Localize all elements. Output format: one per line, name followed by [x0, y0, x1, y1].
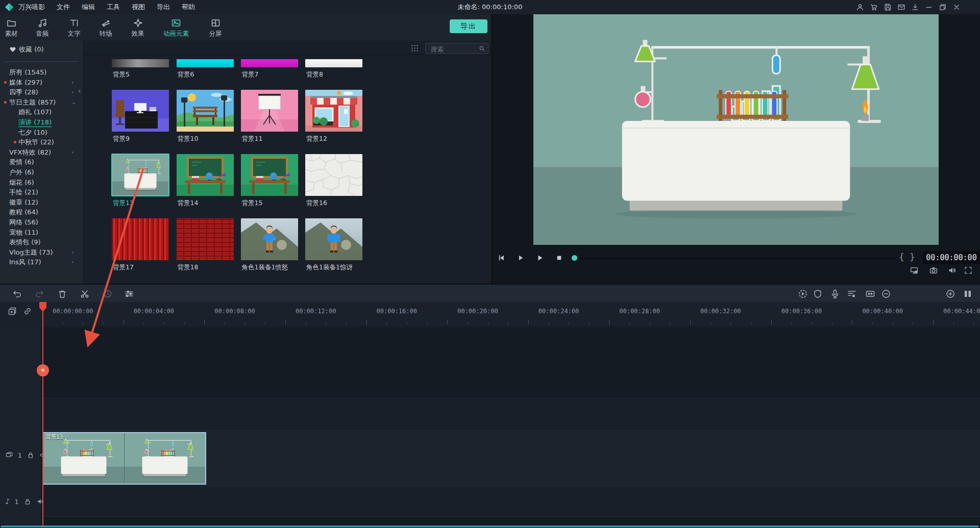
sidebar-item[interactable]: 节日主题 (857)⌄ [0, 97, 83, 108]
monitor-settings-icon[interactable] [910, 266, 919, 275]
snapshot-icon[interactable] [929, 266, 938, 275]
close-icon[interactable] [952, 3, 961, 11]
search-icon[interactable] [478, 45, 485, 52]
mail-icon[interactable] [897, 3, 905, 11]
audio-track-lane[interactable] [0, 486, 980, 516]
sidebar-item[interactable]: 中秋节 (22) [0, 137, 83, 147]
asset-thumbnail-背景7[interactable] [241, 59, 298, 67]
search-input[interactable] [430, 44, 478, 54]
undo-icon[interactable] [12, 289, 22, 299]
marker-icon[interactable] [813, 289, 823, 299]
seek-bar[interactable] [580, 258, 895, 259]
sidebar-item[interactable]: 徽章 (12) [0, 197, 83, 208]
chevron-right-icon[interactable]: › [71, 147, 74, 158]
speaker-icon[interactable] [947, 266, 957, 275]
asset-thumbnail-背景5[interactable] [112, 59, 169, 67]
tab-动画元素[interactable]: 动画元素 [163, 18, 189, 38]
sidebar-item[interactable]: 手绘 (21) [0, 187, 83, 197]
sidebar-item[interactable]: 所有 (1545) [0, 67, 83, 78]
asset-thumbnail-背景17[interactable] [112, 218, 169, 260]
sidebar-item[interactable]: 媒体 (297)› [0, 78, 83, 88]
preview-video[interactable] [533, 14, 939, 245]
asset-thumbnail-角色1装备1惊讶[interactable] [305, 218, 362, 260]
stop-icon[interactable] [555, 254, 564, 262]
asset-thumbnail-背景12[interactable] [305, 90, 362, 132]
mark-out-brace[interactable]: } [910, 252, 915, 262]
sidebar-item[interactable]: 爱情 (6) [0, 157, 83, 167]
restore-icon[interactable] [939, 3, 947, 11]
split-view-icon[interactable] [963, 289, 973, 299]
fit-timeline-icon[interactable] [865, 289, 875, 299]
asset-thumbnail-背景9[interactable] [112, 90, 169, 132]
save-icon[interactable] [884, 3, 892, 11]
view-grid-icon[interactable] [410, 44, 419, 53]
asset-thumbnail-背景13[interactable] [112, 154, 169, 196]
download-icon[interactable] [911, 3, 919, 11]
lock-icon[interactable] [23, 497, 32, 506]
sidebar-item[interactable]: Vlog主题 (73)› [0, 247, 83, 258]
sidebar-item[interactable]: 七夕 (10) [0, 128, 83, 138]
sidebar-item[interactable]: 表情包 (9) [0, 237, 83, 247]
tab-分屏[interactable]: 分屏 [209, 18, 222, 38]
asset-thumbnail-背景14[interactable] [177, 154, 234, 196]
seek-playhead-dot[interactable] [572, 255, 577, 261]
asset-thumbnail-背景16[interactable] [305, 154, 362, 196]
redo-icon[interactable] [34, 289, 44, 299]
scissors-icon[interactable] [80, 289, 90, 299]
timeline-empty-area[interactable] [0, 326, 980, 398]
tab-转场[interactable]: 转场 [100, 18, 112, 38]
play-icon[interactable] [535, 254, 544, 262]
sidebar-item[interactable]: 教程 (64) [0, 207, 83, 217]
sidebar-item[interactable]: Ins风 (17)› [0, 257, 83, 267]
asset-thumbnail-背景11[interactable] [241, 90, 298, 132]
link-clips-icon[interactable] [22, 306, 33, 316]
fullscreen-icon[interactable] [964, 266, 973, 275]
sidebar-item[interactable]: 网络 (56) [0, 217, 83, 228]
zoom-in-icon[interactable] [945, 289, 955, 299]
cart-icon[interactable] [870, 3, 878, 11]
empty-track-lane[interactable] [0, 398, 980, 430]
asset-thumbnail-背景18[interactable] [177, 218, 234, 260]
add-track-icon[interactable] [7, 306, 17, 316]
voiceover-icon[interactable] [830, 289, 840, 299]
asset-thumbnail-背景6[interactable] [177, 59, 234, 67]
chevron-down-icon[interactable]: ⌄ [71, 97, 76, 108]
trash-icon[interactable] [57, 289, 67, 299]
tab-素材[interactable]: 素材 [5, 18, 18, 38]
sidebar-item[interactable]: 演讲 (718) [0, 117, 83, 128]
export-button[interactable]: 导出 [450, 19, 487, 33]
prev-frame-icon[interactable] [497, 254, 506, 262]
tab-文字[interactable]: 文字 [68, 18, 81, 38]
sidebar-item[interactable]: 宠物 (11) [0, 228, 83, 238]
sidebar-item[interactable]: 四季 (28)› [0, 87, 83, 97]
sidebar-item-favorites[interactable]: 收藏 (0) [9, 45, 44, 54]
chevron-right-icon[interactable]: › [71, 247, 74, 258]
tab-音频[interactable]: 音频 [36, 18, 49, 38]
sidebar-item[interactable]: 婚礼 (107) [0, 107, 83, 117]
chevron-right-icon[interactable]: › [71, 87, 74, 97]
minimize-icon[interactable] [925, 3, 933, 11]
asset-thumbnail-角色1装备1愤怒[interactable] [241, 218, 298, 260]
speaker-icon[interactable] [36, 497, 44, 506]
mixer-icon[interactable] [847, 289, 857, 299]
sidebar-item[interactable]: VFX特效 (82)› [0, 147, 83, 158]
asset-thumbnail-背景10[interactable] [177, 90, 234, 132]
zoom-out-icon[interactable] [881, 289, 891, 299]
tune-icon[interactable] [124, 289, 134, 299]
chevron-right-icon[interactable]: › [71, 78, 74, 88]
timeline-ruler[interactable]: 00:00:00:0000:00:04:0000:00:08:0000:00:1… [0, 302, 980, 327]
tab-效果[interactable]: 效果 [132, 18, 144, 38]
chevron-right-icon[interactable]: › [71, 257, 74, 267]
lock-icon[interactable] [27, 451, 35, 459]
sidebar-collapse-handle[interactable]: ‹ [78, 87, 81, 95]
play-alt-icon[interactable] [516, 254, 525, 262]
user-icon[interactable] [856, 3, 864, 11]
sidebar-item[interactable]: 户外 (6) [0, 167, 83, 178]
asset-thumbnail-背景8[interactable] [305, 59, 362, 67]
mark-in-brace[interactable]: { [899, 252, 904, 262]
timeline-clip-bg13[interactable]: 背景13 [42, 432, 206, 485]
timeline-hscrollbar[interactable] [0, 525, 980, 528]
sidebar-item[interactable]: 烟花 (6) [0, 178, 83, 188]
clock-icon[interactable] [103, 289, 113, 299]
collapse-tracks-badge[interactable]: « [37, 364, 49, 376]
